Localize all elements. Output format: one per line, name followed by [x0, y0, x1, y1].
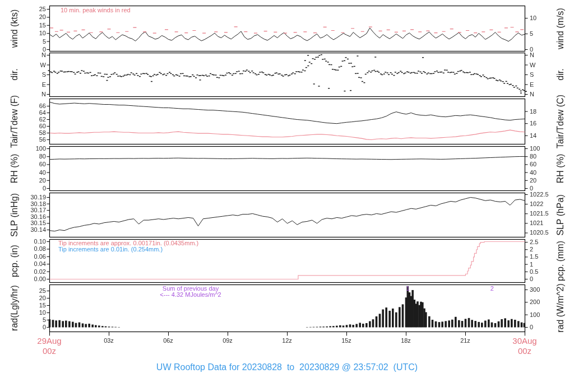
meteogram-plot-canvas	[0, 0, 574, 392]
axis-label-right-slp: SLP (hPa)	[556, 194, 566, 236]
tick-label-rh-right-5: 100	[530, 145, 540, 152]
tick-label-rh-right-1: 20	[530, 177, 536, 184]
tick-label-pcp-left-5: 0.10	[1, 238, 46, 245]
x-tick-label-21z: 21z	[460, 337, 470, 344]
tick-label-wind-right-2: 10	[530, 15, 536, 21]
tick-label-rh-right-2: 40	[530, 169, 536, 176]
tick-label-rh-left-2: 40	[1, 169, 46, 176]
tick-label-temp-left-1: 58	[1, 129, 46, 136]
tick-label-rh-left-4: 80	[1, 153, 46, 160]
tick-label-rad-left-5: 25	[1, 287, 46, 294]
tick-label-pcp-left-3: 0.06	[1, 253, 46, 260]
tick-label-rad-left-3: 15	[1, 302, 46, 309]
tick-label-slp-left-2: 30.16	[1, 213, 46, 220]
tick-label-pcp-left-1: 0.02	[1, 268, 46, 275]
x-tick-label-18z: 18z	[401, 337, 411, 344]
tick-label-rad-right-1: 100	[530, 311, 540, 318]
tick-label-pcp-left-4: 0.08	[1, 245, 46, 252]
pcp-tip-note-blue: Tip increments are 0.01in. (0.254mm.)	[58, 246, 163, 253]
tick-label-dir-right-3: E	[530, 81, 534, 88]
tick-label-dir-left-4: N	[1, 91, 46, 97]
tick-label-rad-left-1: 5	[1, 316, 46, 323]
tick-label-slp-right-4: 1022.5	[530, 191, 549, 198]
tick-label-dir-left-0: N	[1, 52, 46, 58]
tick-label-temp-left-2: 60	[1, 123, 46, 129]
x-tick-label-03z: 03z	[104, 337, 114, 344]
tick-label-rad-left-4: 20	[1, 295, 46, 301]
tick-label-dir-right-2: S	[530, 71, 534, 78]
x-axis-end-hour: 00z	[518, 346, 531, 356]
tick-label-slp-right-0: 1020.5	[530, 229, 549, 236]
tick-label-temp-left-5: 66	[1, 102, 46, 109]
x-tick-label-09z: 09z	[223, 337, 233, 344]
tick-label-pcp-right-2: 1	[530, 261, 533, 268]
tick-label-rad-left-0: 0	[1, 324, 46, 330]
tick-label-temp-right-1: 16	[530, 120, 536, 127]
tick-label-wind-left-3: 15	[1, 22, 46, 29]
rad-event-marker-2: 2	[490, 285, 494, 292]
tick-label-rh-right-4: 80	[530, 153, 536, 160]
axis-label-right-dir: dir.	[556, 68, 566, 80]
tick-label-pcp-right-4: 2	[530, 246, 533, 253]
x-axis-start-date: 29Aug	[37, 336, 61, 346]
tick-label-dir-right-4: N	[530, 91, 534, 97]
figure-title: UW Rooftop Data for 20230828 to 20230829…	[156, 362, 418, 372]
tick-label-dir-right-0: N	[530, 52, 534, 58]
tick-label-wind-left-4: 20	[1, 13, 46, 20]
tick-label-slp-right-2: 1021.5	[530, 210, 549, 217]
axis-label-right-rad: rad (W/m^2)	[556, 283, 566, 333]
tick-label-rh-left-3: 60	[1, 161, 46, 167]
tick-label-rad-left-2: 10	[1, 309, 46, 316]
tick-label-slp-right-3: 1022	[530, 200, 543, 207]
tick-label-slp-left-1: 30.15	[1, 220, 46, 226]
tick-label-slp-left-0: 30.14	[1, 226, 46, 233]
tick-label-dir-left-2: S	[1, 71, 46, 78]
x-tick-label-06z: 06z	[163, 337, 173, 344]
x-tick-label-15z: 15z	[341, 337, 351, 344]
axis-label-right-rh: RH (%)	[556, 153, 566, 183]
tick-label-rh-right-3: 60	[530, 161, 536, 167]
tick-label-wind-left-2: 10	[1, 30, 46, 36]
x-axis-start-hour: 00z	[43, 346, 56, 356]
tick-label-pcp-right-3: 1.5	[530, 253, 538, 260]
tick-label-dir-left-3: E	[1, 81, 46, 88]
tick-label-rad-right-3: 300	[530, 286, 540, 293]
rad-event-marker-1: 1	[406, 285, 409, 292]
tick-label-pcp-left-0: 0.00	[1, 276, 46, 282]
tick-label-wind-left-5: 25	[1, 6, 46, 12]
tick-label-slp-left-4: 30.18	[1, 200, 46, 207]
tick-label-pcp-right-1: 0.5	[530, 268, 538, 275]
axis-label-right-wind: wind (m/s)	[556, 8, 566, 49]
tick-label-rad-right-2: 200	[530, 298, 540, 305]
tick-label-pcp-right-0: 0	[530, 276, 533, 282]
tick-label-wind-left-1: 5	[1, 38, 46, 45]
tick-label-temp-left-4: 64	[1, 109, 46, 116]
tick-label-temp-left-3: 62	[1, 116, 46, 123]
tick-label-rh-left-5: 100	[1, 145, 46, 152]
wind-peak-note: 10 min. peak winds in red	[61, 7, 131, 13]
tick-label-temp-right-2: 18	[530, 108, 536, 115]
tick-label-dir-right-1: W	[530, 62, 535, 68]
tick-label-rh-left-0: 0	[1, 185, 46, 192]
tick-label-temp-right-0: 14	[530, 132, 536, 139]
tick-label-rh-left-1: 20	[1, 177, 46, 184]
tick-label-slp-left-5: 30.19	[1, 194, 46, 200]
axis-label-right-temp: Tair/Tdew (C)	[556, 94, 566, 148]
tick-label-slp-left-3: 30.17	[1, 207, 46, 213]
tick-label-pcp-right-5: 2.5	[530, 239, 538, 245]
tick-label-wind-right-1: 5	[530, 30, 533, 37]
rad-sum-note-line2: <--- 4.32 MJoules/m^2	[160, 291, 221, 298]
tick-label-dir-left-1: W	[1, 62, 46, 68]
x-axis-end-date: 30Aug	[512, 336, 536, 346]
tick-label-rad-right-0: 0	[530, 324, 533, 330]
x-tick-label-12z: 12z	[282, 337, 292, 344]
axis-label-right-pcp: pcp. (mm)	[556, 241, 566, 281]
tick-label-temp-left-0: 56	[1, 136, 46, 143]
tick-label-pcp-left-2: 0.04	[1, 260, 46, 267]
tick-label-slp-right-1: 1021	[530, 220, 543, 226]
